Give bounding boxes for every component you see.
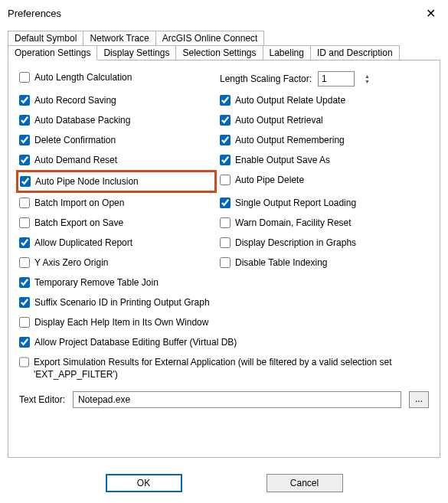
spinner-down-icon[interactable]: ▼ [363, 79, 371, 84]
checkbox[interactable] [220, 135, 231, 145]
check-auto-output-retrieval[interactable]: Auto Output Retrieval [220, 114, 429, 126]
text-editor-input[interactable] [73, 391, 401, 408]
check-batch-import-on-open[interactable]: Batch Import on Open [19, 197, 211, 209]
checkbox[interactable] [19, 237, 30, 248]
checkbox[interactable] [19, 357, 29, 367]
tab-labeling[interactable]: Labeling [263, 45, 311, 60]
tab-id-and-description[interactable]: ID and Description [310, 45, 400, 60]
check-single-output-report-loading[interactable]: Single Output Report Loading [220, 197, 429, 209]
checkbox[interactable] [19, 297, 30, 308]
checkbox[interactable] [19, 135, 30, 145]
window-title: Preferences [8, 8, 61, 19]
checkbox[interactable] [220, 115, 231, 126]
checkbox-label: Enable Output Save As [235, 154, 330, 166]
checkbox[interactable] [19, 115, 30, 126]
checkbox[interactable] [19, 257, 30, 268]
check-batch-export-on-save[interactable]: Batch Export on Save [19, 217, 211, 229]
tab-default-symbol[interactable]: Default Symbol [8, 31, 83, 45]
check-y-axis-zero-origin[interactable]: Y Axis Zero Origin [19, 256, 211, 269]
check-allow-project-database-editing-buffer-virtual-db[interactable]: Allow Project Database Editing Buffer (V… [19, 336, 429, 348]
checkbox[interactable] [19, 198, 30, 208]
checkbox-label: Auto Database Packing [34, 114, 130, 126]
check-auto-output-relate-update[interactable]: Auto Output Relate Update [220, 94, 429, 106]
check-display-each-help-item-in-its-own-window[interactable]: Display Each Help Item in Its Own Window [19, 316, 429, 328]
checkbox-label: Warn Domain, Facility Reset [235, 217, 352, 229]
checkbox[interactable] [220, 198, 231, 208]
length-scaling-spinner[interactable]: ▲ ▼ [361, 73, 371, 84]
checkbox-label: Auto Output Remembering [235, 134, 345, 146]
checkbox[interactable] [220, 155, 231, 165]
tab-arcgis-online-connect[interactable]: ArcGIS Online Connect [155, 31, 265, 45]
checkbox[interactable] [220, 237, 231, 248]
checkbox-label: Export Simulation Results for External A… [34, 356, 429, 381]
checkbox-label: Auto Length Calculation [34, 71, 132, 83]
length-scaling-row: Length Scaling Factor: ▲ ▼ [220, 71, 429, 87]
checkbox-label: Single Output Report Loading [235, 197, 356, 209]
checkbox-label: Allow Duplicated Report [34, 237, 132, 249]
checkbox-label: Y Axis Zero Origin [34, 256, 108, 269]
check-display-description-in-graphs[interactable]: Display Description in Graphs [220, 237, 429, 249]
browse-button[interactable]: ... [409, 391, 429, 408]
length-scaling-input[interactable] [319, 72, 354, 86]
checkbox-label: Batch Export on Save [34, 217, 123, 229]
length-scaling-field[interactable] [318, 71, 355, 87]
checkbox-label: Delete Confirmation [34, 134, 116, 146]
checkbox[interactable] [19, 72, 30, 83]
checkbox-label: Display Description in Graphs [235, 237, 356, 249]
check-temporary-remove-table-join[interactable]: Temporary Remove Table Join [19, 276, 429, 289]
checkbox-label: Allow Project Database Editing Buffer (V… [34, 336, 237, 348]
checkbox-label: Disable Table Indexing [235, 256, 328, 269]
checkbox[interactable] [19, 155, 30, 165]
text-editor-label: Text Editor: [19, 394, 65, 405]
check-enable-output-save-as[interactable]: Enable Output Save As [220, 154, 429, 166]
check-suffix-scenario-id-in-printing-output-graph[interactable]: Suffix Scenario ID in Printing Output Gr… [19, 296, 429, 309]
check-auto-demand-reset[interactable]: Auto Demand Reset [19, 154, 211, 166]
check-disable-table-indexing[interactable]: Disable Table Indexing [220, 256, 429, 269]
check-auto-output-remembering[interactable]: Auto Output Remembering [220, 134, 429, 146]
ok-button[interactable]: OK [106, 474, 182, 492]
close-icon[interactable]: ✕ [421, 6, 440, 21]
checkbox[interactable] [220, 175, 231, 185]
checkbox[interactable] [19, 95, 30, 106]
tab-selection-settings[interactable]: Selection Settings [175, 45, 263, 60]
tab-panel-operation-settings: Auto Length Calculation Length Scaling F… [8, 60, 440, 458]
check-allow-duplicated-report[interactable]: Allow Duplicated Report [19, 237, 211, 249]
tab-network-trace[interactable]: Network Trace [83, 31, 155, 45]
checkbox[interactable] [220, 95, 231, 106]
check-auto-record-saving[interactable]: Auto Record Saving [19, 94, 211, 106]
checkbox-label: Suffix Scenario ID in Printing Output Gr… [34, 296, 210, 309]
check-auto-pipe-node-inclusion[interactable]: Auto Pipe Node Inclusion [16, 170, 217, 193]
checkbox-label: Auto Demand Reset [34, 154, 117, 166]
cancel-button[interactable]: Cancel [267, 474, 343, 492]
checkbox-label: Auto Pipe Node Inclusion [35, 175, 139, 188]
checkbox[interactable] [19, 317, 30, 328]
checkbox[interactable] [220, 257, 231, 268]
check-auto-length-calculation[interactable]: Auto Length Calculation [19, 71, 211, 87]
tab-operation-settings[interactable]: Operation Settings [8, 45, 97, 60]
checkbox-label: Batch Import on Open [34, 197, 124, 209]
length-scaling-label: Length Scaling Factor: [220, 73, 312, 84]
checkbox-label: Auto Output Relate Update [235, 94, 345, 106]
checkbox[interactable] [20, 176, 31, 187]
checkbox[interactable] [19, 217, 30, 228]
checkbox[interactable] [220, 217, 231, 228]
checkbox-label: Temporary Remove Table Join [34, 276, 159, 289]
checkbox-label: Auto Pipe Delete [235, 174, 304, 186]
check-delete-confirmation[interactable]: Delete Confirmation [19, 134, 211, 146]
tab-display-settings[interactable]: Display Settings [96, 45, 176, 60]
check-auto-database-packing[interactable]: Auto Database Packing [19, 114, 211, 126]
check-auto-pipe-delete[interactable]: Auto Pipe Delete [220, 174, 429, 189]
checkbox-label: Display Each Help Item in Its Own Window [34, 316, 208, 328]
checkbox[interactable] [19, 277, 30, 288]
check-export-simulation-results-for-external-application-will-be-filtered-by-a-valid-selection-set-ext-app-filter[interactable]: Export Simulation Results for External A… [19, 356, 429, 381]
checkbox-label: Auto Record Saving [34, 94, 116, 106]
check-warn-domain-facility-reset[interactable]: Warn Domain, Facility Reset [220, 217, 429, 229]
spinner-up-icon[interactable]: ▲ [363, 73, 371, 79]
checkbox[interactable] [19, 337, 30, 348]
checkbox-label: Auto Output Retrieval [235, 114, 323, 126]
